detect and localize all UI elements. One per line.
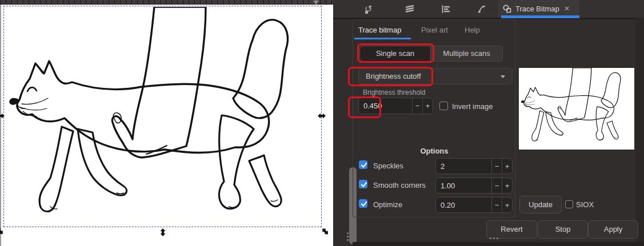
inkscape-window: ↺ Trace Bitmap ✕ Trace bitmap Pixel art … xyxy=(0,0,644,246)
trace-bitmap-icon xyxy=(502,4,513,16)
invert-image-label: Invert image xyxy=(452,102,493,111)
path-effects-icon[interactable] xyxy=(477,4,487,14)
increment-button[interactable]: + xyxy=(502,178,512,193)
annotation-box-single-scan xyxy=(357,43,434,63)
decrement-button[interactable]: − xyxy=(491,197,502,212)
trace-preview xyxy=(519,68,634,150)
tab-help[interactable]: Help xyxy=(465,26,480,34)
decrement-button[interactable]: − xyxy=(491,159,502,174)
panel-divider xyxy=(515,19,515,217)
smooth-corners-value[interactable]: 1.00 xyxy=(436,178,491,193)
optimize-spinbox[interactable]: 0.20 − + xyxy=(435,197,513,213)
optimize-label: Optimize xyxy=(373,200,402,209)
scale-handle-bottom-icon[interactable] xyxy=(159,228,166,239)
panel-expander-grip[interactable] xyxy=(490,237,491,239)
tab-pixel-art[interactable]: Pixel art xyxy=(421,26,448,34)
undo-history-icon[interactable]: ↺ xyxy=(365,4,375,14)
decrement-button[interactable]: − xyxy=(412,98,422,114)
smooth-corners-spinbox[interactable]: 1.00 − + xyxy=(435,178,513,193)
active-tab-underline xyxy=(501,15,579,18)
invert-image-checkbox[interactable] xyxy=(439,102,448,110)
stop-button[interactable]: Stop xyxy=(538,220,588,239)
selection-bounding-box[interactable] xyxy=(3,6,322,227)
objects-icon[interactable] xyxy=(441,4,451,14)
canvas-left-edge xyxy=(0,5,1,246)
optimize-checkbox[interactable] xyxy=(359,199,367,208)
speckles-value[interactable]: 2 xyxy=(436,159,491,174)
scale-handle-corner-left-icon[interactable] xyxy=(0,228,5,235)
increment-button[interactable]: + xyxy=(422,98,433,114)
notebook-tab-underline xyxy=(354,38,411,39)
multiple-scans-button[interactable]: Multiple scans xyxy=(431,46,503,62)
dock-tab-label: Trace Bitmap xyxy=(515,5,559,13)
increment-button[interactable]: + xyxy=(502,159,512,174)
revert-button[interactable]: Revert xyxy=(486,220,537,239)
update-button[interactable]: Update xyxy=(519,196,562,213)
options-title: Options xyxy=(377,147,491,155)
layers-icon[interactable] xyxy=(405,4,415,14)
speckles-spinbox[interactable]: 2 − + xyxy=(435,158,513,174)
scale-handle-left-icon[interactable] xyxy=(0,112,5,119)
apply-button[interactable]: Apply xyxy=(588,220,638,239)
close-icon[interactable]: ✕ xyxy=(564,5,570,13)
right-scroll-gutter xyxy=(635,18,644,246)
ruler-cursor-marker-icon xyxy=(313,1,319,5)
increment-button[interactable]: + xyxy=(502,197,512,212)
annotation-box-brightness-cutoff xyxy=(348,67,433,86)
smooth-corners-checkbox[interactable] xyxy=(359,180,367,188)
dock-resize-grip[interactable] xyxy=(347,232,349,234)
optimize-value[interactable]: 0.20 xyxy=(436,197,491,212)
smooth-corners-label: Smooth corners xyxy=(373,181,426,189)
tab-trace-bitmap-page[interactable]: Trace bitmap xyxy=(358,26,401,34)
speckles-label: Speckles xyxy=(373,162,403,170)
scale-handle-right-icon[interactable] xyxy=(317,112,326,121)
annotation-box-threshold-value xyxy=(348,96,381,118)
horizontal-ruler xyxy=(0,0,333,5)
dock-tab-bar xyxy=(333,0,644,18)
chevron-down-icon xyxy=(501,75,505,78)
bottom-edge xyxy=(353,242,644,246)
decrement-button[interactable]: − xyxy=(491,178,502,193)
brightness-threshold-label: Brightness threshold xyxy=(363,88,425,96)
siox-checkbox[interactable] xyxy=(565,200,573,208)
speckles-checkbox[interactable] xyxy=(359,160,367,169)
siox-label: SIOX xyxy=(576,200,594,209)
